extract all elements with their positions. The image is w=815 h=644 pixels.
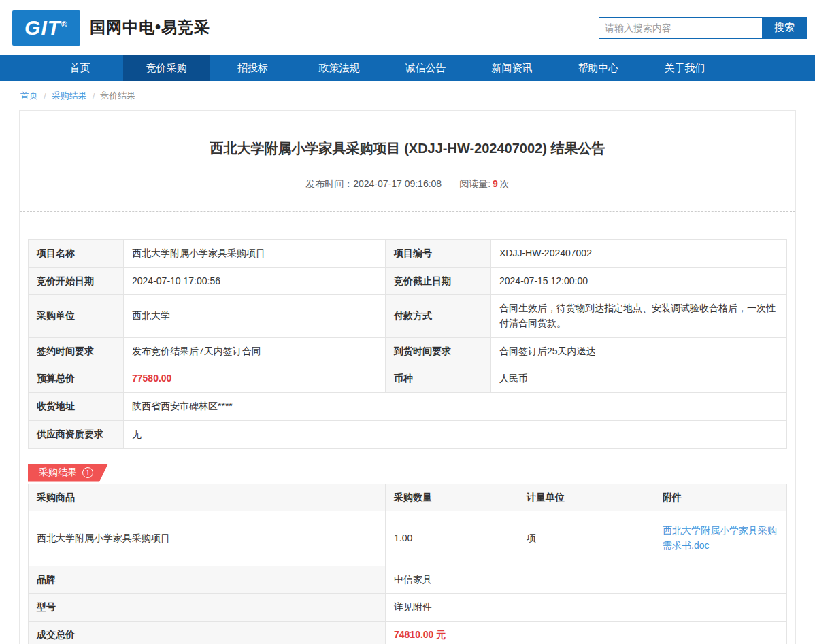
field-label: 币种 xyxy=(386,365,491,393)
divider xyxy=(20,211,795,212)
deal-total-price: 74810.00 元 xyxy=(386,621,787,644)
table-row: 预算总价 77580.00 币种 人民币 xyxy=(29,365,787,393)
column-header-attachment: 附件 xyxy=(654,484,787,511)
field-label: 签约时间要求 xyxy=(29,337,124,365)
field-value: 无 xyxy=(124,420,787,448)
table-row: 收货地址 陕西省西安市碑林区**** xyxy=(29,393,787,421)
table-row: 西北大学附属小学家具采购项目 1.00 项 西北大学附属小学家具采购需求书.do… xyxy=(29,511,787,566)
field-label: 预算总价 xyxy=(29,365,124,393)
model-value: 详见附件 xyxy=(386,594,787,622)
field-value: 合同生效后，待货物到达指定地点、安装调试验收合格后，一次性付清合同货款。 xyxy=(491,295,787,337)
registered-mark-icon: ® xyxy=(61,20,68,29)
field-value: 陕西省西安市碑林区**** xyxy=(124,393,787,421)
table-row: 竞价开始日期 2024-07-10 17:00:56 竞价截止日期 2024-0… xyxy=(29,267,787,295)
attachment-link[interactable]: 西北大学附属小学家具采购需求书.doc xyxy=(663,525,777,551)
site-logo[interactable]: GIT® xyxy=(12,10,80,46)
purchase-result-badge: 采购结果 1 xyxy=(28,464,108,482)
views-label: 阅读量: xyxy=(459,178,490,189)
views-count: 9 xyxy=(493,178,498,189)
nav-item-tender[interactable]: 招投标 xyxy=(210,55,296,81)
views-unit: 次 xyxy=(500,178,510,189)
announcement-meta: 发布时间：2024-07-17 09:16:08阅读量:9次 xyxy=(20,178,795,190)
announcement-card: 西北大学附属小学家具采购项目 (XDJJ-HW-202407002) 结果公告 … xyxy=(19,110,796,644)
nav-item-home[interactable]: 首页 xyxy=(37,55,123,81)
page-title: 西北大学附属小学家具采购项目 (XDJJ-HW-202407002) 结果公告 xyxy=(20,139,795,158)
product-quantity: 1.00 xyxy=(386,511,518,566)
field-label: 供应商资质要求 xyxy=(29,420,124,448)
field-label: 项目编号 xyxy=(386,240,491,268)
badge-label: 采购结果 xyxy=(39,467,77,479)
table-header-row: 采购商品 采购数量 计量单位 附件 xyxy=(29,484,787,511)
product-name: 西北大学附属小学家具采购项目 xyxy=(29,511,386,566)
main-nav: 首页 竞价采购 招投标 政策法规 诚信公告 新闻资讯 帮助中心 关于我们 xyxy=(0,55,815,81)
breadcrumb-separator: / xyxy=(93,91,95,101)
field-label: 竞价截止日期 xyxy=(386,267,491,295)
publish-time-value: 2024-07-17 09:16:08 xyxy=(353,178,442,189)
breadcrumb-purchase-results[interactable]: 采购结果 xyxy=(52,90,87,102)
field-value: 合同签订后25天内送达 xyxy=(491,337,787,365)
product-unit: 项 xyxy=(518,511,654,566)
breadcrumb-home[interactable]: 首页 xyxy=(20,90,38,102)
field-label: 竞价开始日期 xyxy=(29,267,124,295)
field-label: 采购单位 xyxy=(29,295,124,337)
field-label: 收货地址 xyxy=(29,393,124,421)
nav-item-news[interactable]: 新闻资讯 xyxy=(469,55,555,81)
nav-item-about-us[interactable]: 关于我们 xyxy=(642,55,728,81)
project-info-table: 项目名称 西北大学附属小学家具采购项目 项目编号 XDJJ-HW-2024070… xyxy=(28,239,787,449)
nav-item-help-center[interactable]: 帮助中心 xyxy=(555,55,642,81)
field-value: 发布竞价结果后7天内签订合同 xyxy=(124,337,386,365)
logo-text: GIT® xyxy=(24,16,68,39)
publish-time-label: 发布时间： xyxy=(305,178,353,189)
field-label: 付款方式 xyxy=(386,295,491,337)
table-row: 项目名称 西北大学附属小学家具采购项目 项目编号 XDJJ-HW-2024070… xyxy=(29,240,787,268)
table-row: 型号 详见附件 xyxy=(29,594,787,622)
budget-total-value: 77580.00 xyxy=(124,365,386,393)
column-header-product: 采购商品 xyxy=(29,484,386,511)
search-group: 搜索 xyxy=(599,17,807,39)
breadcrumb: 首页 / 采购结果 / 竞价结果 xyxy=(0,81,815,110)
column-header-quantity: 采购数量 xyxy=(386,484,518,511)
search-button[interactable]: 搜索 xyxy=(762,17,807,39)
table-row: 签约时间要求 发布竞价结果后7天内签订合同 到货时间要求 合同签订后25天内送达 xyxy=(29,337,787,365)
field-label: 项目名称 xyxy=(29,240,124,268)
breadcrumb-current: 竞价结果 xyxy=(100,90,135,102)
nav-item-integrity-notice[interactable]: 诚信公告 xyxy=(382,55,469,81)
brand-value: 中信家具 xyxy=(386,566,787,594)
purchase-result-table: 采购商品 采购数量 计量单位 附件 西北大学附属小学家具采购项目 1.00 项 … xyxy=(28,484,787,644)
top-header: GIT® 国网中电•易竞采 搜索 xyxy=(0,0,815,55)
field-value: 西北大学附属小学家具采购项目 xyxy=(124,240,386,268)
field-value: 2024-07-10 17:00:56 xyxy=(124,267,386,295)
field-label: 品牌 xyxy=(29,566,386,594)
site-title: 国网中电•易竞采 xyxy=(90,17,210,38)
table-row: 品牌 中信家具 xyxy=(29,566,787,594)
breadcrumb-separator: / xyxy=(44,91,46,101)
field-value: 2024-07-15 12:00:00 xyxy=(491,267,787,295)
field-label: 到货时间要求 xyxy=(386,337,491,365)
table-row: 采购单位 西北大学 付款方式 合同生效后，待货物到达指定地点、安装调试验收合格后… xyxy=(29,295,787,337)
field-value: 西北大学 xyxy=(124,295,386,337)
field-value: XDJJ-HW-202407002 xyxy=(491,240,787,268)
field-label: 成交总价 xyxy=(29,621,386,644)
nav-item-bidding-purchase[interactable]: 竞价采购 xyxy=(123,55,210,81)
table-row: 成交总价 74810.00 元 xyxy=(29,621,787,644)
badge-count: 1 xyxy=(82,467,93,478)
search-input[interactable] xyxy=(599,17,762,39)
nav-item-policy[interactable]: 政策法规 xyxy=(296,55,382,81)
field-label: 型号 xyxy=(29,594,386,622)
field-value: 人民币 xyxy=(491,365,787,393)
column-header-unit: 计量单位 xyxy=(518,484,654,511)
table-row: 供应商资质要求 无 xyxy=(29,420,787,448)
